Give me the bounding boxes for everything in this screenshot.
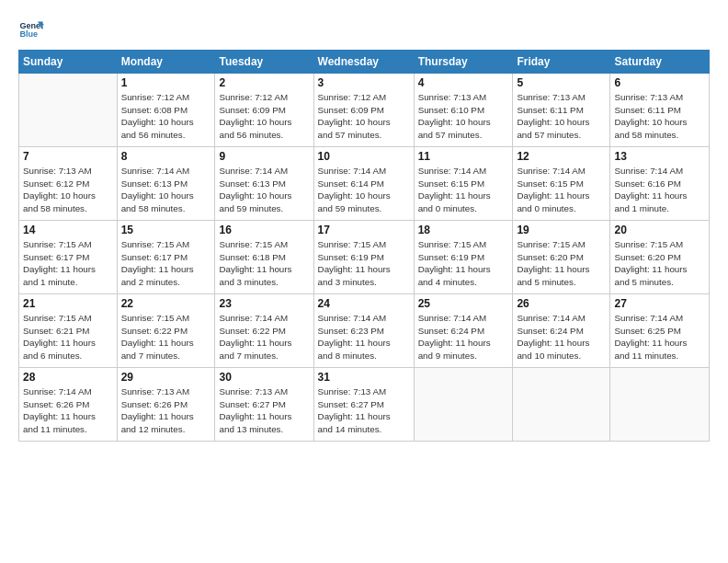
day-info: Sunrise: 7:15 AM Sunset: 6:21 PM Dayligh… <box>23 312 113 362</box>
day-info: Sunrise: 7:15 AM Sunset: 6:22 PM Dayligh… <box>121 312 211 362</box>
day-number: 7 <box>23 150 113 163</box>
col-header-saturday: Saturday <box>610 51 710 74</box>
calendar-cell <box>19 74 118 147</box>
page: General Blue SundayMondayTuesdayWednesda… <box>0 0 728 451</box>
day-info: Sunrise: 7:14 AM Sunset: 6:16 PM Dayligh… <box>614 165 705 215</box>
calendar-cell: 7Sunrise: 7:13 AM Sunset: 6:12 PM Daylig… <box>19 147 118 221</box>
day-number: 16 <box>219 224 309 236</box>
calendar-cell: 15Sunrise: 7:15 AM Sunset: 6:17 PM Dayli… <box>117 221 215 294</box>
calendar-cell: 8Sunrise: 7:14 AM Sunset: 6:13 PM Daylig… <box>117 147 215 221</box>
day-info: Sunrise: 7:13 AM Sunset: 6:26 PM Dayligh… <box>121 385 211 436</box>
week-row-2: 14Sunrise: 7:15 AM Sunset: 6:17 PM Dayli… <box>19 221 710 294</box>
day-info: Sunrise: 7:14 AM Sunset: 6:15 PM Dayligh… <box>418 165 509 215</box>
day-number: 22 <box>121 297 211 310</box>
day-info: Sunrise: 7:15 AM Sunset: 6:20 PM Dayligh… <box>614 238 705 289</box>
calendar-cell: 10Sunrise: 7:14 AM Sunset: 6:14 PM Dayli… <box>313 147 414 221</box>
day-number: 13 <box>614 150 705 163</box>
calendar-cell: 1Sunrise: 7:12 AM Sunset: 6:08 PM Daylig… <box>117 74 215 147</box>
day-number: 5 <box>517 76 606 89</box>
calendar-cell <box>513 368 610 442</box>
logo: General Blue <box>18 17 50 42</box>
day-number: 29 <box>121 371 211 384</box>
day-number: 27 <box>614 297 705 310</box>
day-number: 21 <box>23 297 113 310</box>
calendar-cell: 5Sunrise: 7:13 AM Sunset: 6:11 PM Daylig… <box>513 74 610 147</box>
day-number: 14 <box>23 224 113 236</box>
col-header-tuesday: Tuesday <box>215 51 313 74</box>
day-info: Sunrise: 7:15 AM Sunset: 6:17 PM Dayligh… <box>23 238 113 289</box>
calendar-cell: 9Sunrise: 7:14 AM Sunset: 6:13 PM Daylig… <box>215 147 313 221</box>
day-info: Sunrise: 7:15 AM Sunset: 6:17 PM Dayligh… <box>121 238 211 289</box>
calendar-cell: 29Sunrise: 7:13 AM Sunset: 6:26 PM Dayli… <box>117 368 215 442</box>
day-number: 17 <box>318 224 410 236</box>
day-number: 19 <box>517 224 606 236</box>
day-info: Sunrise: 7:13 AM Sunset: 6:11 PM Dayligh… <box>614 91 705 142</box>
day-number: 1 <box>121 76 211 89</box>
day-number: 9 <box>219 150 309 163</box>
day-number: 30 <box>219 371 309 384</box>
day-number: 10 <box>318 150 410 163</box>
day-number: 6 <box>614 76 705 89</box>
week-row-4: 28Sunrise: 7:14 AM Sunset: 6:26 PM Dayli… <box>19 368 710 442</box>
calendar-cell: 30Sunrise: 7:13 AM Sunset: 6:27 PM Dayli… <box>215 368 313 442</box>
day-info: Sunrise: 7:14 AM Sunset: 6:13 PM Dayligh… <box>219 165 309 215</box>
day-info: Sunrise: 7:14 AM Sunset: 6:24 PM Dayligh… <box>517 312 606 362</box>
day-number: 23 <box>219 297 309 310</box>
calendar-cell <box>610 368 710 442</box>
day-info: Sunrise: 7:13 AM Sunset: 6:12 PM Dayligh… <box>23 165 113 215</box>
day-info: Sunrise: 7:14 AM Sunset: 6:14 PM Dayligh… <box>318 165 410 215</box>
calendar-cell: 6Sunrise: 7:13 AM Sunset: 6:11 PM Daylig… <box>610 74 710 147</box>
calendar-cell: 26Sunrise: 7:14 AM Sunset: 6:24 PM Dayli… <box>513 294 610 368</box>
header-row: General Blue <box>18 17 710 42</box>
day-info: Sunrise: 7:13 AM Sunset: 6:11 PM Dayligh… <box>517 91 606 142</box>
calendar-cell: 22Sunrise: 7:15 AM Sunset: 6:22 PM Dayli… <box>117 294 215 368</box>
day-info: Sunrise: 7:14 AM Sunset: 6:13 PM Dayligh… <box>121 165 211 215</box>
day-number: 11 <box>418 150 509 163</box>
calendar-cell: 25Sunrise: 7:14 AM Sunset: 6:24 PM Dayli… <box>414 294 513 368</box>
week-row-0: 1Sunrise: 7:12 AM Sunset: 6:08 PM Daylig… <box>19 74 710 147</box>
calendar-cell: 4Sunrise: 7:13 AM Sunset: 6:10 PM Daylig… <box>414 74 513 147</box>
calendar-cell: 28Sunrise: 7:14 AM Sunset: 6:26 PM Dayli… <box>19 368 118 442</box>
calendar-cell: 3Sunrise: 7:12 AM Sunset: 6:09 PM Daylig… <box>313 74 414 147</box>
day-info: Sunrise: 7:14 AM Sunset: 6:26 PM Dayligh… <box>23 385 113 436</box>
col-header-friday: Friday <box>513 51 610 74</box>
calendar-cell: 17Sunrise: 7:15 AM Sunset: 6:19 PM Dayli… <box>313 221 414 294</box>
calendar-cell <box>414 368 513 442</box>
day-info: Sunrise: 7:13 AM Sunset: 6:27 PM Dayligh… <box>318 385 410 436</box>
calendar-cell: 11Sunrise: 7:14 AM Sunset: 6:15 PM Dayli… <box>414 147 513 221</box>
calendar-cell: 13Sunrise: 7:14 AM Sunset: 6:16 PM Dayli… <box>610 147 710 221</box>
day-info: Sunrise: 7:12 AM Sunset: 6:09 PM Dayligh… <box>318 91 410 142</box>
day-number: 3 <box>318 76 410 89</box>
calendar-cell: 27Sunrise: 7:14 AM Sunset: 6:25 PM Dayli… <box>610 294 710 368</box>
day-number: 20 <box>614 224 705 236</box>
day-number: 26 <box>517 297 606 310</box>
day-info: Sunrise: 7:12 AM Sunset: 6:08 PM Dayligh… <box>121 91 211 142</box>
calendar-cell: 19Sunrise: 7:15 AM Sunset: 6:20 PM Dayli… <box>513 221 610 294</box>
week-row-3: 21Sunrise: 7:15 AM Sunset: 6:21 PM Dayli… <box>19 294 710 368</box>
calendar-cell: 12Sunrise: 7:14 AM Sunset: 6:15 PM Dayli… <box>513 147 610 221</box>
day-info: Sunrise: 7:15 AM Sunset: 6:19 PM Dayligh… <box>318 238 410 289</box>
day-info: Sunrise: 7:12 AM Sunset: 6:09 PM Dayligh… <box>219 91 309 142</box>
day-info: Sunrise: 7:15 AM Sunset: 6:18 PM Dayligh… <box>219 238 309 289</box>
calendar-header-row: SundayMondayTuesdayWednesdayThursdayFrid… <box>19 51 710 74</box>
day-number: 15 <box>121 224 211 236</box>
calendar-cell: 23Sunrise: 7:14 AM Sunset: 6:22 PM Dayli… <box>215 294 313 368</box>
col-header-monday: Monday <box>117 51 215 74</box>
day-number: 31 <box>318 371 410 384</box>
day-number: 2 <box>219 76 309 89</box>
col-header-sunday: Sunday <box>19 51 118 74</box>
day-number: 25 <box>418 297 509 310</box>
calendar-cell: 2Sunrise: 7:12 AM Sunset: 6:09 PM Daylig… <box>215 74 313 147</box>
day-info: Sunrise: 7:14 AM Sunset: 6:24 PM Dayligh… <box>418 312 509 362</box>
calendar-cell: 24Sunrise: 7:14 AM Sunset: 6:23 PM Dayli… <box>313 294 414 368</box>
calendar-table: SundayMondayTuesdayWednesdayThursdayFrid… <box>18 50 710 442</box>
day-info: Sunrise: 7:14 AM Sunset: 6:23 PM Dayligh… <box>318 312 410 362</box>
day-number: 18 <box>418 224 509 236</box>
day-number: 28 <box>23 371 113 384</box>
calendar-cell: 18Sunrise: 7:15 AM Sunset: 6:19 PM Dayli… <box>414 221 513 294</box>
day-info: Sunrise: 7:15 AM Sunset: 6:20 PM Dayligh… <box>517 238 606 289</box>
day-number: 8 <box>121 150 211 163</box>
calendar-cell: 31Sunrise: 7:13 AM Sunset: 6:27 PM Dayli… <box>313 368 414 442</box>
day-number: 4 <box>418 76 509 89</box>
day-info: Sunrise: 7:14 AM Sunset: 6:25 PM Dayligh… <box>614 312 705 362</box>
